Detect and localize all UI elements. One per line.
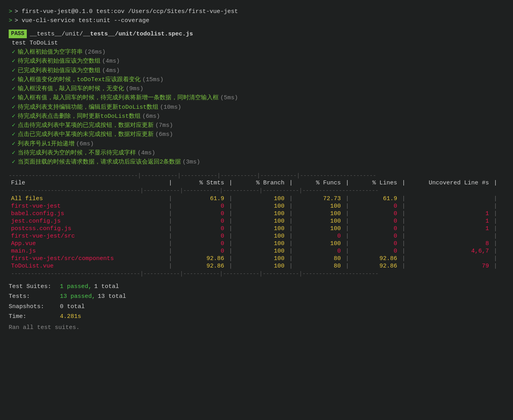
test-desc: 已完成列表初始值应该为空数组 — [18, 66, 100, 75]
snapshots-value: 0 total — [60, 302, 85, 312]
row-file: App.vue — [9, 240, 166, 247]
test-desc: 输入框值变化的时候，toDoText应该跟着变化 — [18, 75, 141, 84]
coverage-row: first-vue-jest/src/components | 92.86 | … — [9, 255, 504, 262]
row-lines: 92.86 — [356, 255, 400, 262]
divider-top: ---------------------------------------|… — [9, 172, 504, 179]
row-stmts: 61.9 — [179, 195, 227, 203]
row-file: All files — [9, 195, 166, 203]
row-stmts: 92.86 — [179, 255, 227, 262]
row-funcs: 80 — [300, 255, 343, 262]
suites-value: 1 passed, — [60, 282, 92, 292]
col-header-branch: % Branch — [240, 179, 287, 187]
test-desc: 点击待完成列表中某项的已完成按钮，数据对应更新 — [18, 121, 154, 130]
coverage-section: ---------------------------------------|… — [9, 172, 504, 278]
tests-label: Tests: — [9, 292, 60, 302]
test-time: (4ms) — [102, 57, 120, 66]
test-item: ✓点击待完成列表中某项的已完成按钮，数据对应更新(7ms) — [12, 121, 504, 130]
test-item: ✓当待完成列表为空的时候，不显示待完成字样(4ms) — [12, 149, 504, 158]
suites-total: 1 total — [94, 282, 119, 292]
row-branch: 100 — [240, 232, 287, 240]
row-funcs: 72.73 — [300, 195, 343, 203]
checkmark-icon: ✓ — [12, 149, 15, 158]
time-line: Time: 4.281s — [9, 312, 504, 322]
divider-header: ---------------------------------------|… — [11, 187, 502, 194]
test-item: ✓待完成列表初始值应该为空数组(4ms) — [12, 57, 504, 66]
snapshots-line: Snapshots: 0 total — [9, 302, 504, 312]
test-desc: 列表序号从1开始递增 — [18, 139, 74, 149]
test-desc: 待完成列表点击删除，同时更新toDoList数组 — [18, 112, 141, 121]
suites-line: Test Suites: 1 passed, 1 total — [9, 282, 504, 292]
test-time: (5ms) — [220, 93, 238, 102]
row-file: jest.config.js — [9, 217, 166, 225]
coverage-row: ToDoList.vue | 92.86 | 100 | 80 | 92.86 … — [9, 262, 504, 270]
row-lines: 0 — [356, 240, 400, 247]
checkmark-icon: ✓ — [12, 103, 15, 112]
row-lines: 0 — [356, 247, 400, 255]
summary-section: Test Suites: 1 passed, 1 total Tests: 13… — [9, 282, 504, 333]
suites-label: Test Suites: — [9, 282, 60, 292]
prompt-2: > — [9, 16, 12, 25]
test-desc: 输入框没有值，敲入回车的时候，无变化 — [18, 84, 124, 93]
row-uncovered: 79 — [413, 262, 491, 270]
row-file: first-vue-jest/src — [9, 232, 166, 240]
test-item: ✓已完成列表初始值应该为空数组(4ms) — [12, 66, 504, 75]
ran-line: Ran all test suites. — [9, 323, 504, 333]
row-branch: 100 — [240, 225, 287, 232]
test-item: ✓待完成列表支持编辑功能，编辑后更新toDoList数组(10ms) — [12, 103, 504, 112]
snapshots-label: Snapshots: — [9, 302, 60, 312]
row-stmts: 92.86 — [179, 262, 227, 270]
command-line-1: > > first-vue-jest@0.1.0 test:cov /Users… — [9, 7, 504, 16]
col-header-lines: % Lines — [356, 179, 400, 187]
row-file: first-vue-jest — [9, 203, 166, 210]
checkmark-icon: ✓ — [12, 139, 15, 149]
row-lines: 61.9 — [356, 195, 400, 203]
row-file: ToDoList.vue — [9, 262, 166, 270]
checkmark-icon: ✓ — [12, 66, 15, 75]
row-uncovered — [413, 255, 491, 262]
test-desc: 待完成列表支持编辑功能，编辑后更新toDoList数组 — [18, 103, 158, 112]
row-lines: 0 — [356, 225, 400, 232]
coverage-row: first-vue-jest | 0 | 100 | 100 | 0 | | — [9, 203, 504, 210]
checkmark-icon: ✓ — [12, 112, 15, 121]
row-file: postcss.config.js — [9, 225, 166, 232]
row-uncovered — [413, 195, 491, 203]
row-branch: 100 — [240, 195, 287, 203]
pass-line: PASS __tests__/unit/__tests__/unit/todol… — [9, 30, 504, 39]
test-item: ✓待完成列表点击删除，同时更新toDoList数组(6ms) — [12, 112, 504, 121]
tests-line: Tests: 13 passed, 13 total — [9, 292, 504, 302]
row-funcs: 100 — [300, 203, 343, 210]
checkmark-icon: ✓ — [12, 57, 15, 66]
row-stmts: 0 — [179, 240, 227, 247]
row-lines: 0 — [356, 210, 400, 217]
test-time: (4ms) — [138, 149, 155, 158]
row-stmts: 0 — [179, 210, 227, 217]
row-uncovered: 1 — [413, 210, 491, 217]
test-time: (9ms) — [126, 84, 143, 93]
test-item: ✓输入框没有值，敲入回车的时候，无变化(9ms) — [12, 84, 504, 93]
col-header-uncovered: Uncovered Line #s — [413, 179, 491, 187]
test-desc: 输入框初始值为空字符串 — [18, 48, 83, 57]
row-funcs: 100 — [300, 240, 343, 247]
row-file: babel.config.js — [9, 210, 166, 217]
command-line-2: > > vue-cli-service test:unit --coverage — [9, 16, 504, 25]
row-branch: 100 — [240, 255, 287, 262]
row-uncovered: 1 — [413, 225, 491, 232]
checkmark-icon: ✓ — [12, 130, 15, 139]
coverage-row: App.vue | 0 | 100 | 100 | 0 | 8 | — [9, 240, 504, 247]
suite-name-line: test ToDoList — [10, 39, 504, 48]
row-branch: 100 — [240, 240, 287, 247]
coverage-row: babel.config.js | 0 | 100 | 100 | 0 | 1 … — [9, 210, 504, 217]
checkmark-icon: ✓ — [12, 121, 15, 130]
test-time: (10ms) — [160, 103, 181, 112]
row-stmts: 0 — [179, 203, 227, 210]
test-item: ✓输入框有值，敲入回车的时候，待完成列表将新增一条数据，同时清空输入框(5ms) — [12, 93, 504, 102]
test-desc: 待完成列表初始值应该为空数组 — [18, 57, 100, 66]
test-time: (4ms) — [102, 66, 120, 75]
col-header-funcs: % Funcs — [300, 179, 343, 187]
row-uncovered — [413, 203, 491, 210]
pass-badge: PASS — [9, 30, 27, 38]
row-uncovered: 1 — [413, 217, 491, 225]
time-value: 4.281s — [60, 312, 81, 322]
test-item: ✓输入框初始值为空字符串(26ms) — [12, 48, 504, 57]
test-item: ✓点击已完成列表中某项的未完成按钮，数据对应更新(6ms) — [12, 130, 504, 139]
